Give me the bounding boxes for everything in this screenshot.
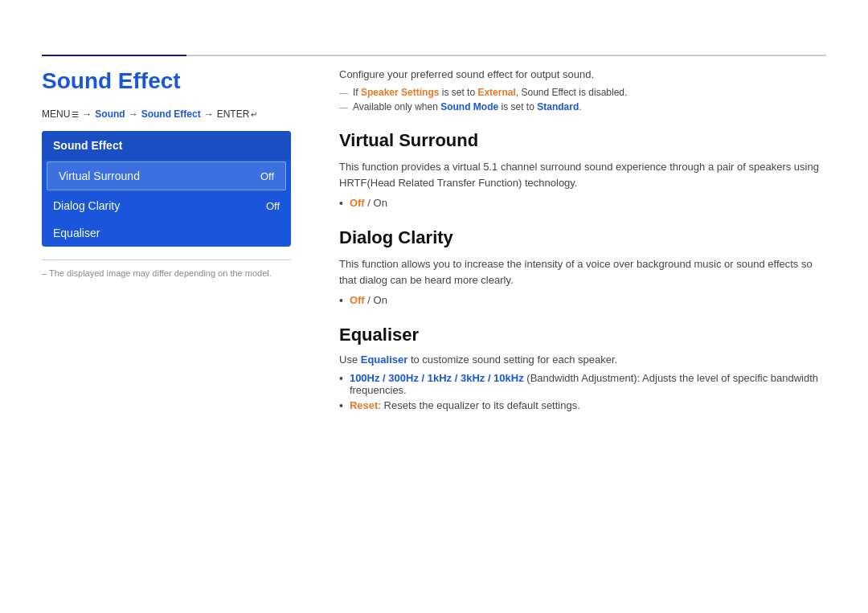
dialog-clarity-title: Dialog Clarity	[339, 227, 826, 248]
note2-content: Available only when Sound Mode is set to…	[353, 101, 582, 112]
equaliser-label: Equaliser	[53, 227, 100, 239]
vs-off: Off	[350, 197, 365, 209]
note-line-1: If Speaker Settings is set to External, …	[339, 87, 826, 98]
speaker-settings-link: Speaker Settings	[361, 87, 439, 98]
equaliser-intro: Use Equaliser to customize sound setting…	[339, 353, 826, 366]
left-divider	[42, 260, 291, 260]
sound-effect-text: Sound Effect	[521, 87, 576, 98]
dc-slash: /	[365, 294, 374, 306]
virtual-surround-label: Virtual Surround	[59, 170, 140, 182]
virtual-surround-off-on: Off / On	[350, 197, 387, 209]
breadcrumb-arrow-3: →	[204, 108, 214, 120]
reset-content: Reset: Resets the equalizer to its defau…	[350, 399, 580, 411]
breadcrumb-arrow-2: →	[129, 108, 138, 120]
freq-values: 100Hz / 300Hz / 1kHz / 3kHz / 10kHz	[350, 372, 524, 384]
breadcrumb-sound-effect: Sound Effect	[141, 108, 201, 120]
equaliser-freq-bullet: 100Hz / 300Hz / 1kHz / 3kHz / 10kHz (Ban…	[339, 372, 826, 396]
page-title: Sound Effect	[42, 68, 291, 94]
sound-mode-link: Sound Mode	[440, 101, 498, 112]
external-value: External	[477, 87, 515, 98]
menu-box-header: Sound Effect	[42, 131, 291, 160]
dialog-clarity-value: Off	[266, 200, 280, 212]
virtual-surround-desc: This function provides a virtual 5.1 cha…	[339, 159, 826, 190]
breadcrumb-enter: ENTER	[217, 108, 250, 120]
menu-item-dialog-clarity[interactable]: Dialog Clarity Off	[42, 192, 291, 219]
virtual-surround-value: Off	[260, 170, 274, 182]
equaliser-reset-bullet: Reset: Resets the equalizer to its defau…	[339, 399, 826, 412]
right-panel: Configure your preferred sound effect fo…	[339, 68, 826, 415]
dc-off: Off	[350, 294, 365, 306]
menu-item-equaliser[interactable]: Equaliser	[42, 219, 291, 247]
breadcrumb-enter-icon: ↵	[251, 110, 257, 119]
standard-value: Standard	[537, 101, 579, 112]
dialog-clarity-desc: This function allows you to increase the…	[339, 256, 826, 288]
note1-content: If Speaker Settings is set to External, …	[353, 87, 627, 98]
intro-text: Configure your preferred sound effect fo…	[339, 68, 826, 80]
dialog-clarity-bullet: Off / On	[339, 294, 826, 307]
menu-box: Sound Effect Virtual Surround Off Dialog…	[42, 131, 291, 247]
equaliser-link: Equaliser	[361, 353, 408, 366]
menu-item-virtual-surround[interactable]: Virtual Surround Off	[47, 161, 286, 190]
breadcrumb: MENU ☰ → Sound → Sound Effect → ENTER ↵	[42, 108, 291, 120]
breadcrumb-menu-icon: ☰	[72, 110, 79, 119]
left-panel: Sound Effect MENU ☰ → Sound → Sound Effe…	[42, 68, 291, 415]
top-rule	[42, 55, 826, 56]
breadcrumb-sound: Sound	[95, 108, 125, 120]
vs-on: On	[374, 197, 387, 209]
dc-on: On	[374, 294, 387, 306]
virtual-surround-bullet: Off / On	[339, 197, 826, 210]
note-line-2: Available only when Sound Mode is set to…	[339, 101, 826, 112]
freq-content: 100Hz / 300Hz / 1kHz / 3kHz / 10kHz (Ban…	[350, 372, 826, 396]
reset-label: Reset	[350, 399, 378, 411]
virtual-surround-title: Virtual Surround	[339, 130, 826, 151]
breadcrumb-arrow-1: →	[82, 108, 92, 120]
vs-slash: /	[365, 197, 374, 209]
dialog-clarity-off-on: Off / On	[350, 294, 387, 306]
equaliser-title: Equaliser	[339, 325, 826, 345]
dialog-clarity-label: Dialog Clarity	[53, 199, 120, 212]
breadcrumb-menu: MENU	[42, 108, 70, 120]
footnote: – The displayed image may differ dependi…	[42, 268, 291, 278]
